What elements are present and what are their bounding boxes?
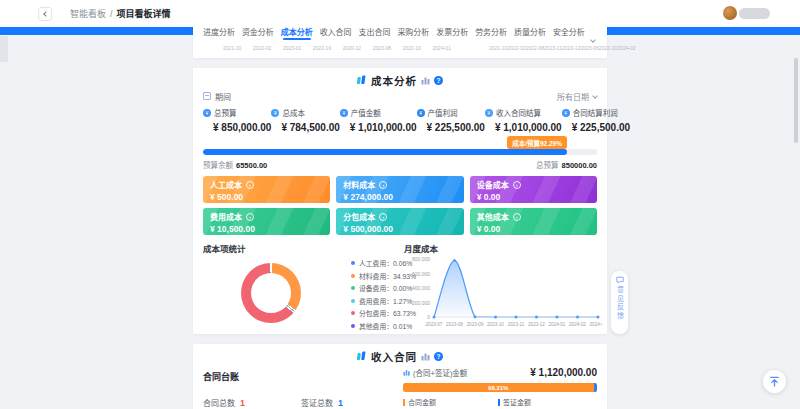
page-scrollbar	[793, 35, 800, 409]
cost-card-label: 设备成本	[477, 179, 509, 190]
tab-item[interactable]: 质量分析	[514, 22, 546, 40]
tab-item[interactable]: 资金分析	[242, 22, 274, 40]
mini-chart-icon[interactable]	[421, 76, 430, 85]
cost-card-label-row: 费用成本›	[210, 211, 323, 222]
income-section-title: 收入合同	[371, 349, 417, 364]
axis-date-label: 2021-10	[489, 45, 507, 51]
tab-item[interactable]: 采购分析	[397, 22, 429, 40]
tab-item[interactable]: 成本分析	[281, 22, 313, 40]
cost-card[interactable]: 人工成本›¥ 500.00	[203, 176, 330, 203]
cost-item-stats-chart: 成本项统计 人工费用：0.06%材料费用：34.93%设备费用：0.00%费用费…	[203, 242, 400, 334]
tab-item[interactable]: 支出合同	[359, 22, 391, 40]
scrollbar-thumb[interactable]	[794, 58, 798, 143]
metric-value: ¥ 1,010,000.00	[495, 122, 562, 133]
legend-dot	[351, 274, 355, 278]
legend-dot	[351, 286, 355, 290]
axis-date-label: 2022-08	[526, 45, 544, 51]
visa-amount-segment	[594, 383, 597, 392]
tab-item[interactable]: 安全分析	[553, 22, 585, 40]
axis-date-label: 2022-02	[253, 45, 271, 51]
user-avatar[interactable]	[723, 6, 737, 20]
coin-icon: ¥	[271, 109, 279, 117]
contract-amount-segment: 98.21%	[403, 383, 594, 392]
metric-label: 产值金额	[351, 107, 381, 118]
help-icon[interactable]: ?	[434, 76, 443, 85]
tab-item[interactable]: 进度分析	[203, 22, 235, 40]
arrow-right-circle-icon: ›	[246, 213, 254, 221]
chat-bubble-icon	[616, 276, 624, 284]
metric-label: 总预算	[214, 107, 237, 118]
cost-metric: ¥总成本¥ 784,500.00	[271, 107, 339, 133]
metric-value: ¥ 225,500.00	[427, 122, 485, 133]
cost-card-label: 分包成本	[343, 211, 375, 222]
legend-bar-marker	[498, 399, 500, 406]
amount-doc-icon	[403, 369, 410, 376]
svg-text:400,000: 400,000	[412, 285, 430, 291]
income-body: 合同台账 合同总数1签证总数1 (合同+签证)金额 ¥ 1,120,000.00…	[203, 367, 597, 409]
tab-item[interactable]: 劳务分析	[475, 22, 507, 40]
stat-label: 签证总数	[301, 397, 333, 408]
cost-card[interactable]: 分包成本›¥ 500,000.00	[336, 208, 463, 235]
breadcrumb-root[interactable]: 智能看板	[70, 7, 106, 20]
cost-card-label: 费用成本	[210, 211, 242, 222]
svg-text:2023-07: 2023-07	[426, 322, 443, 327]
cost-cards-grid: 人工成本›¥ 500.00材料成本›¥ 274,000.00设备成本›¥ 0.0…	[203, 176, 597, 235]
contract-ledger-block: 合同台账 合同总数1签证总数1	[203, 367, 403, 409]
metric-label-row: ¥收入合同结算	[485, 107, 562, 118]
back-chevron-icon	[43, 11, 49, 17]
metric-label-row: ¥总预算	[203, 107, 271, 118]
dashboard-page: 智能看板 / 项目看板详情 进度分析资金分析成本分析收入合同支出合同采购分析发票…	[0, 0, 800, 409]
svg-text:2023-08: 2023-08	[446, 322, 463, 327]
cost-card-value: ¥ 274,000.00	[343, 192, 456, 202]
cost-card-value: ¥ 500.00	[210, 192, 323, 202]
cost-card[interactable]: 其他成本›¥ 0.00	[470, 208, 597, 235]
arrow-right-circle-icon: ›	[379, 213, 387, 221]
svg-text:2024-02: 2024-02	[569, 322, 586, 327]
cost-budget-ratio-badge: 成本/预算92.29%	[507, 136, 567, 149]
legend-dot	[351, 299, 355, 303]
bar-legend-label: 合同金额	[408, 397, 436, 407]
period-label-group: 期间	[203, 91, 231, 102]
period-label: 期间	[215, 91, 231, 102]
coin-icon: ¥	[417, 109, 425, 117]
donut-chart-title: 成本项统计	[203, 242, 400, 254]
coin-icon: ¥	[562, 109, 570, 117]
stat-value: 1	[338, 398, 343, 408]
date-filter-dropdown[interactable]: 所有日期	[557, 91, 597, 102]
axis-date-label: 2022-10	[313, 45, 331, 51]
arrow-right-circle-icon: ›	[379, 181, 387, 189]
metric-value: ¥ 784,500.00	[281, 122, 339, 133]
axis-date-label: 2022-02	[507, 45, 525, 51]
cost-card[interactable]: 费用成本›¥ 10,500.00	[203, 208, 330, 235]
back-button[interactable]	[38, 7, 52, 21]
scrolled-chart-axis-remnants: 2021-102022-022023-012022-102020-122023-…	[193, 41, 607, 51]
coin-icon: ¥	[203, 109, 211, 117]
cost-analysis-section: 成本分析 ? 期间 所有日期 ¥总预算¥ 850,000.00¥总成本¥ 784…	[193, 68, 607, 334]
axis-date-label: 2023-06	[580, 45, 598, 51]
amount-label: (合同+签证)金额	[413, 367, 467, 378]
user-name-pill[interactable]	[739, 8, 770, 19]
income-contract-section: 收入合同 ? 合同台账 合同总数1签证总数1 (合同+签证)金额	[193, 344, 607, 409]
analysis-tab-bar: 进度分析资金分析成本分析收入合同支出合同采购分析发票分析劳务分析质量分析安全分析…	[193, 20, 607, 58]
cost-metric: ¥合同结算利润¥ 225,500.00	[562, 107, 630, 133]
amount-value: ¥ 1,120,000.00	[530, 367, 597, 378]
help-icon[interactable]: ?	[434, 352, 443, 361]
cost-card[interactable]: 设备成本›¥ 0.00	[470, 176, 597, 203]
cost-card-label-row: 人工成本›	[210, 179, 323, 190]
cost-card[interactable]: 材料成本›¥ 274,000.00	[336, 176, 463, 203]
back-to-top-button[interactable]	[763, 370, 786, 393]
axis-date-label: 2024-01	[433, 45, 451, 51]
tabs-overflow-chevron-down-icon[interactable]	[591, 28, 601, 38]
tab-item[interactable]: 发票分析	[436, 22, 468, 40]
arrow-right-circle-icon: ›	[513, 181, 521, 189]
axis-date-label: 2020-12	[562, 45, 580, 51]
breadcrumb-separator: /	[110, 9, 113, 19]
contract-stacked-bar: 98.21%	[403, 383, 597, 392]
bar-legend-label-row: 签证金额	[498, 397, 593, 407]
axis-date-label: 2020-12	[343, 45, 361, 51]
mini-chart-icon[interactable]	[421, 352, 430, 361]
feedback-side-widget[interactable]: 意见反馈	[611, 271, 628, 334]
tab-item[interactable]: 收入合同	[320, 22, 352, 40]
ledger-stat: 签证总数1	[301, 397, 343, 408]
legend-bar-marker	[403, 399, 405, 406]
